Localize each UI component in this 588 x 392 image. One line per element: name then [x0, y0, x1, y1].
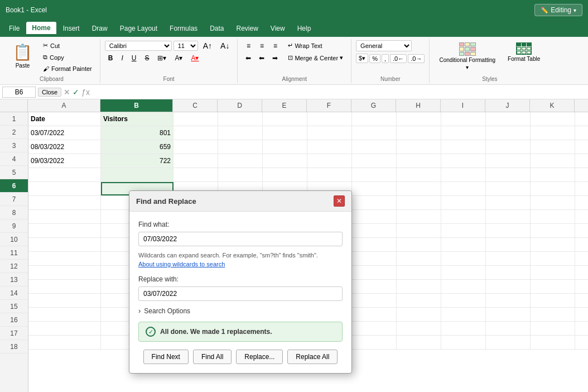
- cell-a6[interactable]: [28, 182, 101, 195]
- cut-button[interactable]: ✂ Cut: [40, 40, 95, 51]
- replace-all-button[interactable]: Replace All: [287, 350, 338, 364]
- cell-a7[interactable]: [28, 196, 101, 209]
- cell-h5[interactable]: [397, 168, 441, 181]
- menu-data[interactable]: Data: [204, 22, 229, 35]
- cell-b2[interactable]: 801: [101, 126, 173, 140]
- cell-f2[interactable]: [307, 126, 352, 140]
- cell-k5[interactable]: [531, 168, 575, 181]
- number-format-select[interactable]: General: [356, 40, 412, 51]
- cell-e4[interactable]: [263, 154, 307, 168]
- cell-h4[interactable]: [397, 154, 441, 168]
- cell-i3[interactable]: [441, 140, 486, 154]
- align-top-center-button[interactable]: ≡: [256, 40, 268, 51]
- row-num-12[interactable]: 12: [0, 260, 28, 273]
- cell-d3[interactable]: [218, 140, 263, 154]
- align-left-button[interactable]: ⬅: [242, 52, 254, 64]
- cell-a1[interactable]: Date: [28, 112, 101, 126]
- increase-decimal-button[interactable]: .0→: [408, 54, 425, 63]
- menu-view[interactable]: View: [265, 22, 291, 35]
- cell-f4[interactable]: [307, 154, 352, 168]
- cell-j1[interactable]: [486, 112, 531, 126]
- wildcards-link[interactable]: About using wildcards to search: [138, 261, 343, 267]
- conditional-formatting-button[interactable]: Conditional Formatting ▾: [434, 40, 500, 73]
- cell-a4[interactable]: 09/03/2022: [28, 154, 101, 168]
- row-num-9[interactable]: 9: [0, 219, 28, 233]
- row-num-16[interactable]: 16: [0, 313, 28, 327]
- replace-input[interactable]: [138, 286, 343, 301]
- col-header-i[interactable]: I: [441, 99, 485, 112]
- cell-k3[interactable]: [531, 140, 575, 154]
- cell-e5[interactable]: [263, 168, 307, 181]
- cell-c5[interactable]: [173, 168, 218, 181]
- cell-k6[interactable]: [531, 182, 575, 195]
- format-table-button[interactable]: Format Table: [503, 40, 545, 73]
- col-header-e[interactable]: E: [262, 99, 307, 112]
- row-num-8[interactable]: 8: [0, 206, 28, 219]
- paste-button[interactable]: 📋 Paste: [8, 40, 37, 74]
- cell-h3[interactable]: [397, 140, 441, 154]
- cell-h1[interactable]: [397, 112, 441, 126]
- row-num-1[interactable]: 1: [0, 112, 28, 126]
- replace-button[interactable]: Replace...: [236, 350, 283, 364]
- underline-button[interactable]: U: [128, 53, 140, 63]
- formula-input[interactable]: [92, 88, 586, 96]
- col-header-k[interactable]: K: [530, 99, 575, 112]
- col-header-g[interactable]: G: [351, 99, 396, 112]
- row-num-4[interactable]: 4: [0, 152, 28, 166]
- row-num-10[interactable]: 10: [0, 233, 28, 246]
- cell-j7[interactable]: [486, 196, 531, 209]
- increase-font-btn[interactable]: A↑: [200, 40, 215, 51]
- row-num-18[interactable]: 18: [0, 340, 28, 353]
- col-header-a[interactable]: A: [28, 99, 100, 112]
- font-color-button[interactable]: A▾: [187, 53, 202, 63]
- col-header-f[interactable]: F: [307, 99, 351, 112]
- cell-j5[interactable]: [486, 168, 531, 181]
- italic-button[interactable]: I: [118, 53, 126, 63]
- cell-i7[interactable]: [441, 196, 486, 209]
- menu-formulas[interactable]: Formulas: [164, 22, 203, 35]
- search-options-toggle[interactable]: › Search Options: [138, 307, 343, 315]
- cell-g4[interactable]: [352, 154, 397, 168]
- decrease-font-btn[interactable]: A↓: [217, 40, 233, 51]
- cell-d4[interactable]: [218, 154, 263, 168]
- cell-i6[interactable]: [441, 182, 486, 195]
- font-size-select[interactable]: 11: [173, 41, 198, 51]
- cell-b5[interactable]: [101, 168, 173, 181]
- cell-k1[interactable]: [531, 112, 575, 126]
- col-header-j[interactable]: J: [485, 99, 530, 112]
- bold-button[interactable]: B: [105, 53, 117, 63]
- borders-button[interactable]: ⊞▾: [154, 53, 170, 63]
- cell-j2[interactable]: [486, 126, 531, 140]
- font-name-select[interactable]: Calibri: [105, 41, 172, 51]
- cell-e1[interactable]: [263, 112, 307, 126]
- cell-e3[interactable]: [263, 140, 307, 154]
- col-header-h[interactable]: H: [396, 99, 441, 112]
- cell-a3[interactable]: 08/03/2022: [28, 140, 101, 154]
- cell-h7[interactable]: [397, 196, 441, 209]
- cell-f1[interactable]: [307, 112, 352, 126]
- merge-center-button[interactable]: ⊡ Merge & Center ▾: [285, 52, 346, 63]
- cell-b1[interactable]: Visitors: [101, 112, 173, 126]
- menu-home[interactable]: Home: [26, 22, 56, 36]
- cell-d1[interactable]: [218, 112, 263, 126]
- decrease-decimal-button[interactable]: .0←: [390, 54, 407, 63]
- align-top-left-button[interactable]: ≡: [242, 40, 254, 51]
- menu-page-layout[interactable]: Page Layout: [114, 22, 163, 35]
- cell-i5[interactable]: [441, 168, 486, 181]
- wrap-text-button[interactable]: ↵ Wrap Text: [285, 40, 346, 51]
- col-header-c[interactable]: C: [173, 99, 218, 112]
- formula-close-button[interactable]: Close: [38, 88, 61, 97]
- cell-h2[interactable]: [397, 126, 441, 140]
- find-all-button[interactable]: Find All: [193, 350, 232, 364]
- cell-g5[interactable]: [352, 168, 397, 181]
- cell-k4[interactable]: [531, 154, 575, 168]
- menu-file[interactable]: File: [3, 22, 25, 35]
- cell-d5[interactable]: [218, 168, 263, 181]
- cell-k2[interactable]: [531, 126, 575, 140]
- dialog-close-button[interactable]: ✕: [334, 195, 345, 207]
- cell-h6[interactable]: [397, 182, 441, 195]
- row-num-2[interactable]: 2: [0, 126, 28, 139]
- menu-help[interactable]: Help: [292, 22, 317, 35]
- cell-c1[interactable]: [173, 112, 218, 126]
- currency-button[interactable]: $▾: [356, 54, 368, 63]
